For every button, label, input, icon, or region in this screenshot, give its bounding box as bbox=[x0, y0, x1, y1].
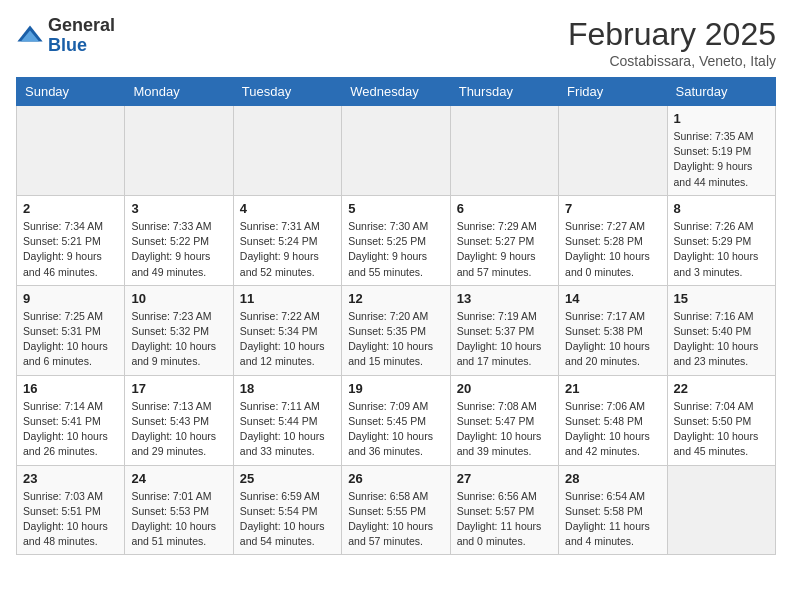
calendar-cell: 11Sunrise: 7:22 AM Sunset: 5:34 PM Dayli… bbox=[233, 285, 341, 375]
day-number: 26 bbox=[348, 471, 443, 486]
day-info: Sunrise: 6:56 AM Sunset: 5:57 PM Dayligh… bbox=[457, 489, 552, 550]
day-info: Sunrise: 7:26 AM Sunset: 5:29 PM Dayligh… bbox=[674, 219, 769, 280]
day-info: Sunrise: 7:34 AM Sunset: 5:21 PM Dayligh… bbox=[23, 219, 118, 280]
day-info: Sunrise: 7:17 AM Sunset: 5:38 PM Dayligh… bbox=[565, 309, 660, 370]
day-info: Sunrise: 7:33 AM Sunset: 5:22 PM Dayligh… bbox=[131, 219, 226, 280]
calendar-table: SundayMondayTuesdayWednesdayThursdayFrid… bbox=[16, 77, 776, 555]
calendar-cell: 20Sunrise: 7:08 AM Sunset: 5:47 PM Dayli… bbox=[450, 375, 558, 465]
day-number: 16 bbox=[23, 381, 118, 396]
calendar-cell: 25Sunrise: 6:59 AM Sunset: 5:54 PM Dayli… bbox=[233, 465, 341, 555]
day-number: 15 bbox=[674, 291, 769, 306]
day-info: Sunrise: 7:31 AM Sunset: 5:24 PM Dayligh… bbox=[240, 219, 335, 280]
day-info: Sunrise: 7:29 AM Sunset: 5:27 PM Dayligh… bbox=[457, 219, 552, 280]
day-number: 28 bbox=[565, 471, 660, 486]
day-number: 25 bbox=[240, 471, 335, 486]
day-number: 8 bbox=[674, 201, 769, 216]
day-number: 1 bbox=[674, 111, 769, 126]
calendar-cell: 18Sunrise: 7:11 AM Sunset: 5:44 PM Dayli… bbox=[233, 375, 341, 465]
calendar-cell: 3Sunrise: 7:33 AM Sunset: 5:22 PM Daylig… bbox=[125, 195, 233, 285]
day-number: 4 bbox=[240, 201, 335, 216]
day-info: Sunrise: 7:14 AM Sunset: 5:41 PM Dayligh… bbox=[23, 399, 118, 460]
calendar-week-row: 1Sunrise: 7:35 AM Sunset: 5:19 PM Daylig… bbox=[17, 106, 776, 196]
logo-blue-text: Blue bbox=[48, 35, 87, 55]
calendar-week-row: 9Sunrise: 7:25 AM Sunset: 5:31 PM Daylig… bbox=[17, 285, 776, 375]
day-of-week-header: Sunday bbox=[17, 78, 125, 106]
logo-icon bbox=[16, 22, 44, 50]
calendar-week-row: 2Sunrise: 7:34 AM Sunset: 5:21 PM Daylig… bbox=[17, 195, 776, 285]
day-number: 27 bbox=[457, 471, 552, 486]
day-number: 17 bbox=[131, 381, 226, 396]
calendar-cell: 21Sunrise: 7:06 AM Sunset: 5:48 PM Dayli… bbox=[559, 375, 667, 465]
day-of-week-header: Friday bbox=[559, 78, 667, 106]
calendar-cell: 6Sunrise: 7:29 AM Sunset: 5:27 PM Daylig… bbox=[450, 195, 558, 285]
day-of-week-header: Wednesday bbox=[342, 78, 450, 106]
day-number: 13 bbox=[457, 291, 552, 306]
calendar-cell: 27Sunrise: 6:56 AM Sunset: 5:57 PM Dayli… bbox=[450, 465, 558, 555]
calendar-cell: 1Sunrise: 7:35 AM Sunset: 5:19 PM Daylig… bbox=[667, 106, 775, 196]
day-number: 18 bbox=[240, 381, 335, 396]
calendar-cell bbox=[559, 106, 667, 196]
calendar-cell: 15Sunrise: 7:16 AM Sunset: 5:40 PM Dayli… bbox=[667, 285, 775, 375]
calendar-cell bbox=[17, 106, 125, 196]
day-number: 9 bbox=[23, 291, 118, 306]
page-header: General Blue February 2025 Costabissara,… bbox=[16, 16, 776, 69]
day-info: Sunrise: 7:22 AM Sunset: 5:34 PM Dayligh… bbox=[240, 309, 335, 370]
day-info: Sunrise: 7:25 AM Sunset: 5:31 PM Dayligh… bbox=[23, 309, 118, 370]
day-number: 24 bbox=[131, 471, 226, 486]
calendar-cell: 13Sunrise: 7:19 AM Sunset: 5:37 PM Dayli… bbox=[450, 285, 558, 375]
calendar-cell: 12Sunrise: 7:20 AM Sunset: 5:35 PM Dayli… bbox=[342, 285, 450, 375]
calendar-cell: 8Sunrise: 7:26 AM Sunset: 5:29 PM Daylig… bbox=[667, 195, 775, 285]
title-block: February 2025 Costabissara, Veneto, Ital… bbox=[568, 16, 776, 69]
day-number: 14 bbox=[565, 291, 660, 306]
day-number: 22 bbox=[674, 381, 769, 396]
day-info: Sunrise: 6:54 AM Sunset: 5:58 PM Dayligh… bbox=[565, 489, 660, 550]
day-number: 11 bbox=[240, 291, 335, 306]
day-info: Sunrise: 7:13 AM Sunset: 5:43 PM Dayligh… bbox=[131, 399, 226, 460]
day-info: Sunrise: 7:30 AM Sunset: 5:25 PM Dayligh… bbox=[348, 219, 443, 280]
day-info: Sunrise: 7:06 AM Sunset: 5:48 PM Dayligh… bbox=[565, 399, 660, 460]
day-number: 19 bbox=[348, 381, 443, 396]
calendar-cell: 26Sunrise: 6:58 AM Sunset: 5:55 PM Dayli… bbox=[342, 465, 450, 555]
calendar-cell: 2Sunrise: 7:34 AM Sunset: 5:21 PM Daylig… bbox=[17, 195, 125, 285]
calendar-week-row: 16Sunrise: 7:14 AM Sunset: 5:41 PM Dayli… bbox=[17, 375, 776, 465]
day-info: Sunrise: 7:08 AM Sunset: 5:47 PM Dayligh… bbox=[457, 399, 552, 460]
calendar-cell: 23Sunrise: 7:03 AM Sunset: 5:51 PM Dayli… bbox=[17, 465, 125, 555]
day-info: Sunrise: 7:11 AM Sunset: 5:44 PM Dayligh… bbox=[240, 399, 335, 460]
month-title: February 2025 bbox=[568, 16, 776, 53]
day-info: Sunrise: 7:20 AM Sunset: 5:35 PM Dayligh… bbox=[348, 309, 443, 370]
day-number: 2 bbox=[23, 201, 118, 216]
day-info: Sunrise: 7:09 AM Sunset: 5:45 PM Dayligh… bbox=[348, 399, 443, 460]
day-of-week-header: Monday bbox=[125, 78, 233, 106]
location-subtitle: Costabissara, Veneto, Italy bbox=[568, 53, 776, 69]
day-number: 6 bbox=[457, 201, 552, 216]
day-of-week-header: Thursday bbox=[450, 78, 558, 106]
day-info: Sunrise: 6:58 AM Sunset: 5:55 PM Dayligh… bbox=[348, 489, 443, 550]
calendar-cell: 5Sunrise: 7:30 AM Sunset: 5:25 PM Daylig… bbox=[342, 195, 450, 285]
day-number: 12 bbox=[348, 291, 443, 306]
calendar-cell: 24Sunrise: 7:01 AM Sunset: 5:53 PM Dayli… bbox=[125, 465, 233, 555]
day-info: Sunrise: 6:59 AM Sunset: 5:54 PM Dayligh… bbox=[240, 489, 335, 550]
calendar-cell: 22Sunrise: 7:04 AM Sunset: 5:50 PM Dayli… bbox=[667, 375, 775, 465]
day-number: 21 bbox=[565, 381, 660, 396]
calendar-cell bbox=[125, 106, 233, 196]
calendar-cell bbox=[233, 106, 341, 196]
calendar-cell: 9Sunrise: 7:25 AM Sunset: 5:31 PM Daylig… bbox=[17, 285, 125, 375]
calendar-cell bbox=[667, 465, 775, 555]
calendar-cell: 4Sunrise: 7:31 AM Sunset: 5:24 PM Daylig… bbox=[233, 195, 341, 285]
calendar-cell: 19Sunrise: 7:09 AM Sunset: 5:45 PM Dayli… bbox=[342, 375, 450, 465]
day-number: 3 bbox=[131, 201, 226, 216]
logo: General Blue bbox=[16, 16, 115, 56]
day-info: Sunrise: 7:19 AM Sunset: 5:37 PM Dayligh… bbox=[457, 309, 552, 370]
day-of-week-header: Tuesday bbox=[233, 78, 341, 106]
day-info: Sunrise: 7:27 AM Sunset: 5:28 PM Dayligh… bbox=[565, 219, 660, 280]
logo-text: General Blue bbox=[48, 16, 115, 56]
day-info: Sunrise: 7:35 AM Sunset: 5:19 PM Dayligh… bbox=[674, 129, 769, 190]
day-number: 20 bbox=[457, 381, 552, 396]
calendar-header-row: SundayMondayTuesdayWednesdayThursdayFrid… bbox=[17, 78, 776, 106]
calendar-cell: 28Sunrise: 6:54 AM Sunset: 5:58 PM Dayli… bbox=[559, 465, 667, 555]
day-info: Sunrise: 7:23 AM Sunset: 5:32 PM Dayligh… bbox=[131, 309, 226, 370]
calendar-cell: 10Sunrise: 7:23 AM Sunset: 5:32 PM Dayli… bbox=[125, 285, 233, 375]
calendar-cell: 16Sunrise: 7:14 AM Sunset: 5:41 PM Dayli… bbox=[17, 375, 125, 465]
day-number: 7 bbox=[565, 201, 660, 216]
day-info: Sunrise: 7:03 AM Sunset: 5:51 PM Dayligh… bbox=[23, 489, 118, 550]
